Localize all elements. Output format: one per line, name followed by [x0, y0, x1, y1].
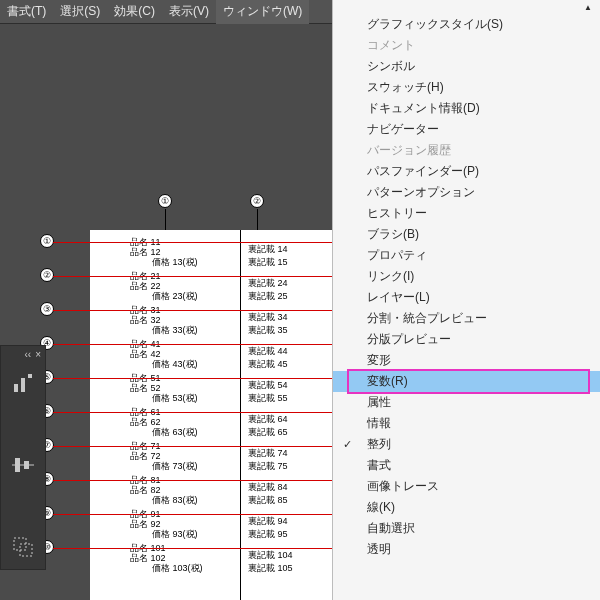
menu-item-label: 変数(R)	[367, 373, 408, 390]
menu-view[interactable]: 表示(V)	[162, 0, 216, 24]
table-row: 品名 81品名 82価格 83(税)裏記載 84裏記載 85	[130, 474, 350, 504]
panel-collapse-icon[interactable]: ‹‹	[24, 349, 31, 360]
menu-item-label: 変形	[367, 352, 391, 369]
check-icon: ✓	[343, 438, 352, 451]
cell-raiten2: 裏記載 95	[248, 528, 288, 541]
cell-raiten2: 裏記載 85	[248, 494, 288, 507]
menu-item-label: シンボル	[367, 58, 415, 75]
menu-item-属性[interactable]: 属性	[333, 392, 600, 413]
menu-item-画像トレース[interactable]: 画像トレース	[333, 476, 600, 497]
menu-item-ナビゲーター[interactable]: ナビゲーター	[333, 119, 600, 140]
menu-item-label: リンク(I)	[367, 268, 414, 285]
menu-window[interactable]: ウィンドウ(W)	[216, 0, 309, 24]
menu-item-label: レイヤー(L)	[367, 289, 430, 306]
menu-item-label: 画像トレース	[367, 478, 439, 495]
dropdown-scroll-up-icon[interactable]: ▲	[333, 0, 600, 14]
table-row: 品名 41品名 42価格 43(税)裏記載 44裏記載 45	[130, 338, 350, 368]
guide-line	[53, 446, 348, 447]
cell-price: 価格 23(税)	[152, 290, 198, 303]
menu-item-プロパティ[interactable]: プロパティ	[333, 245, 600, 266]
table-row: 品名 61品名 62価格 63(税)裏記載 64裏記載 65	[130, 406, 350, 436]
menu-item-label: スウォッチ(H)	[367, 79, 444, 96]
tool-pathfinder-icon[interactable]	[4, 530, 42, 564]
cell-price: 価格 43(税)	[152, 358, 198, 371]
menu-item-label: パスファインダー(P)	[367, 163, 479, 180]
menu-item-変形[interactable]: 変形	[333, 350, 600, 371]
menu-item-ドキュメント情報d[interactable]: ドキュメント情報(D)	[333, 98, 600, 119]
col-marker: ①	[158, 194, 172, 208]
artboard: ①②③ 品名 11品名 12価格 13(税)裏記載 14裏記載 15品名 21品…	[58, 194, 348, 600]
menu-item-分割・統合プレビュー[interactable]: 分割・統合プレビュー	[333, 308, 600, 329]
menu-item-label: 情報	[367, 415, 391, 432]
row-marker: ②	[40, 268, 54, 282]
menu-item-レイヤーl[interactable]: レイヤー(L)	[333, 287, 600, 308]
cell-raiten: 裏記載 34	[248, 311, 288, 324]
cell-raiten2: 裏記載 105	[248, 562, 293, 575]
menu-item-スウォッチh[interactable]: スウォッチ(H)	[333, 77, 600, 98]
menu-item-整列[interactable]: ✓整列	[333, 434, 600, 455]
table-row: 品名 101品名 102価格 103(税)裏記載 104裏記載 105	[130, 542, 350, 572]
cell-price: 価格 53(税)	[152, 392, 198, 405]
menu-item-パスファインダーp[interactable]: パスファインダー(P)	[333, 161, 600, 182]
guide-line	[53, 480, 348, 481]
tool-align-icon[interactable]	[4, 448, 42, 482]
menu-item-label: ブラシ(B)	[367, 226, 419, 243]
col-marker: ②	[250, 194, 264, 208]
menu-item-シンボル[interactable]: シンボル	[333, 56, 600, 77]
guide-line	[53, 310, 348, 311]
menu-item-変数r[interactable]: 変数(R)	[333, 371, 600, 392]
cell-price: 価格 83(税)	[152, 494, 198, 507]
guide-line	[53, 548, 348, 549]
menu-item-情報[interactable]: 情報	[333, 413, 600, 434]
table-row: 品名 51品名 52価格 53(税)裏記載 54裏記載 55	[130, 372, 350, 402]
menu-item-label: 線(K)	[367, 499, 395, 516]
menu-item-コメント: コメント	[333, 35, 600, 56]
cell-raiten: 裏記載 54	[248, 379, 288, 392]
table-row: 品名 71品名 72価格 73(税)裏記載 74裏記載 75	[130, 440, 350, 470]
side-panel: ‹‹ ×	[0, 345, 46, 570]
menu-item-自動選択[interactable]: 自動選択	[333, 518, 600, 539]
guide-line	[53, 242, 348, 243]
menu-item-バージョン履歴: バージョン履歴	[333, 140, 600, 161]
menu-select[interactable]: 選択(S)	[53, 0, 107, 24]
menu-item-label: 属性	[367, 394, 391, 411]
svg-rect-1	[21, 378, 25, 392]
menu-item-label: ナビゲーター	[367, 121, 439, 138]
menu-item-label: グラフィックスタイル(S)	[367, 16, 503, 33]
cell-price: 価格 103(税)	[152, 562, 203, 575]
menu-item-グラフィックスタイルs[interactable]: グラフィックスタイル(S)	[333, 14, 600, 35]
guide-line	[53, 344, 348, 345]
row-marker: ①	[40, 234, 54, 248]
cell-raiten: 裏記載 64	[248, 413, 288, 426]
cell-price: 価格 13(税)	[152, 256, 198, 269]
menu-item-書式[interactable]: 書式	[333, 455, 600, 476]
menu-item-線k[interactable]: 線(K)	[333, 497, 600, 518]
menu-item-label: 分版プレビュー	[367, 331, 451, 348]
guide-line	[53, 412, 348, 413]
menu-effect[interactable]: 効果(C)	[107, 0, 162, 24]
cell-raiten: 裏記載 24	[248, 277, 288, 290]
menu-item-label: ドキュメント情報(D)	[367, 100, 480, 117]
cell-raiten2: 裏記載 45	[248, 358, 288, 371]
cell-raiten: 裏記載 94	[248, 515, 288, 528]
menu-item-label: パターンオプション	[367, 184, 475, 201]
menu-item-透明[interactable]: 透明	[333, 539, 600, 560]
cell-raiten2: 裏記載 25	[248, 290, 288, 303]
tool-graph-icon[interactable]	[4, 366, 42, 400]
menu-item-パターンオプション[interactable]: パターンオプション	[333, 182, 600, 203]
menu-item-ヒストリー[interactable]: ヒストリー	[333, 203, 600, 224]
panel-close-icon[interactable]: ×	[35, 349, 41, 360]
menu-item-リンクi[interactable]: リンク(I)	[333, 266, 600, 287]
menu-format[interactable]: 書式(T)	[0, 0, 53, 24]
menu-item-label: 書式	[367, 457, 391, 474]
cell-price: 価格 63(税)	[152, 426, 198, 439]
svg-rect-0	[14, 384, 18, 392]
menu-item-ブラシb[interactable]: ブラシ(B)	[333, 224, 600, 245]
cell-price: 価格 73(税)	[152, 460, 198, 473]
cell-raiten2: 裏記載 55	[248, 392, 288, 405]
menu-item-分版プレビュー[interactable]: 分版プレビュー	[333, 329, 600, 350]
guide-line	[53, 378, 348, 379]
table-row: 品名 21品名 22価格 23(税)裏記載 24裏記載 25	[130, 270, 350, 300]
menu-item-label: コメント	[367, 37, 415, 54]
cell-raiten: 裏記載 74	[248, 447, 288, 460]
